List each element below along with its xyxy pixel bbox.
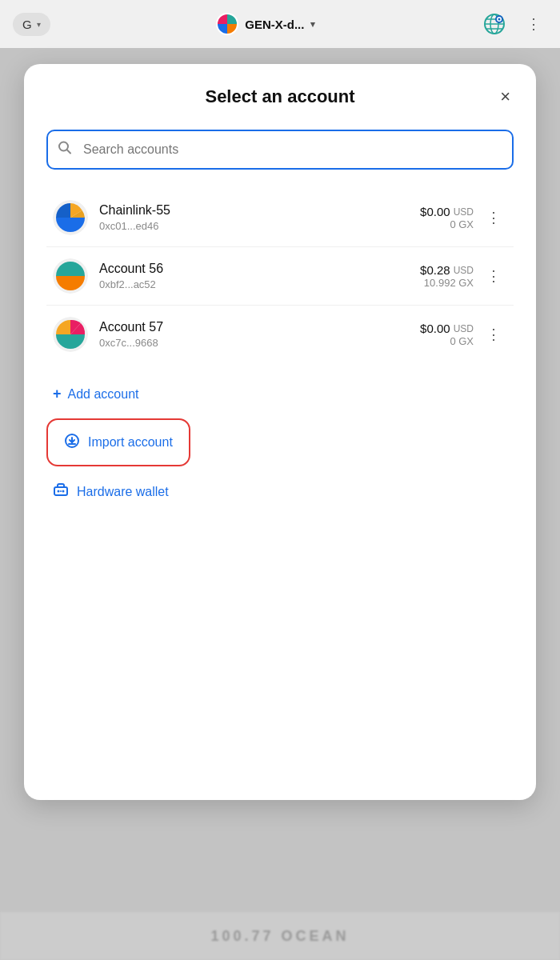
tab-chevron-icon: ▾ xyxy=(37,20,41,29)
search-icon xyxy=(58,141,72,159)
import-account-label: Import account xyxy=(88,435,173,450)
hardware-wallet-button[interactable]: Hardware wallet xyxy=(46,473,514,511)
account-avatar-2 xyxy=(53,258,88,294)
add-account-button[interactable]: + Add account xyxy=(46,376,514,412)
browser-menu-button[interactable]: ⋮ xyxy=(520,14,547,34)
modal-backdrop: Select an account × xyxy=(0,48,560,960)
account-balance-2: $0.28 USD 10.992 GX xyxy=(420,263,474,289)
metamask-logo-icon xyxy=(216,13,238,35)
balance-usd-3: $0.00 USD xyxy=(420,322,474,335)
account-address-1: 0xc01...ed46 xyxy=(99,220,420,232)
browser-address-bar[interactable]: GEN-X-d... ▾ xyxy=(216,13,315,35)
wallet-chevron-icon: ▾ xyxy=(310,19,315,30)
account-info-1: Chainlink-55 0xc01...ed46 xyxy=(99,203,420,232)
account-menu-button-3[interactable]: ⋮ xyxy=(480,324,507,345)
account-balance-3: $0.00 USD 0 GX xyxy=(420,322,474,347)
account-list: Chainlink-55 0xc01...ed46 $0.00 USD 0 GX… xyxy=(46,189,514,363)
account-address-3: 0xc7c...9668 xyxy=(99,337,420,349)
balance-usd-1: $0.00 USD xyxy=(420,205,474,218)
account-balance-1: $0.00 USD 0 GX xyxy=(420,205,474,230)
svg-point-16 xyxy=(58,490,60,493)
account-info-2: Account 56 0xbf2...ac52 xyxy=(99,262,420,290)
tab-g-label: G xyxy=(22,18,32,31)
account-menu-button-1[interactable]: ⋮ xyxy=(480,207,507,228)
import-account-button[interactable]: Import account xyxy=(46,418,190,466)
plus-icon: + xyxy=(53,386,62,402)
svg-point-8 xyxy=(498,18,501,21)
account-address-2: 0xbf2...ac52 xyxy=(99,278,420,290)
modal-title: Select an account xyxy=(205,86,354,107)
add-account-label: Add account xyxy=(68,387,139,402)
search-container xyxy=(46,130,514,170)
action-section: + Add account Import account xyxy=(46,376,514,511)
account-avatar-1 xyxy=(53,200,88,235)
close-button[interactable]: × xyxy=(497,85,514,109)
wallet-name-label: GEN-X-d... xyxy=(245,18,304,31)
browser-tab-g[interactable]: G ▾ xyxy=(13,13,50,36)
account-avatar-3 xyxy=(53,317,88,352)
balance-gx-2: 10.992 GX xyxy=(420,277,474,289)
svg-point-17 xyxy=(62,490,65,493)
search-input[interactable] xyxy=(46,130,514,170)
account-item[interactable]: Account 56 0xbf2...ac52 $0.28 USD 10.992… xyxy=(46,247,514,306)
bottom-content-peek: 100.77 OCEAN xyxy=(0,912,560,960)
select-account-modal: Select an account × xyxy=(24,64,536,800)
globe-icon[interactable] xyxy=(482,11,507,37)
account-name-1: Chainlink-55 xyxy=(99,203,420,218)
hardware-wallet-label: Hardware wallet xyxy=(77,485,169,499)
import-icon xyxy=(64,433,80,452)
browser-bar: G ▾ GEN-X-d... ▾ xyxy=(0,0,560,48)
account-name-3: Account 57 xyxy=(99,320,420,334)
svg-line-10 xyxy=(67,150,71,154)
balance-usd-2: $0.28 USD xyxy=(420,263,474,277)
account-name-2: Account 56 xyxy=(99,262,420,276)
account-info-3: Account 57 0xc7c...9668 xyxy=(99,320,420,349)
balance-gx-1: 0 GX xyxy=(420,218,474,230)
modal-header: Select an account × xyxy=(46,86,514,107)
browser-right-icons: ⋮ xyxy=(482,11,547,37)
hardware-wallet-icon xyxy=(53,482,69,502)
account-item[interactable]: Chainlink-55 0xc01...ed46 $0.00 USD 0 GX… xyxy=(46,189,514,247)
account-menu-button-2[interactable]: ⋮ xyxy=(480,266,507,286)
account-item[interactable]: Account 57 0xc7c...9668 $0.00 USD 0 GX ⋮ xyxy=(46,306,514,363)
balance-gx-3: 0 GX xyxy=(420,335,474,347)
